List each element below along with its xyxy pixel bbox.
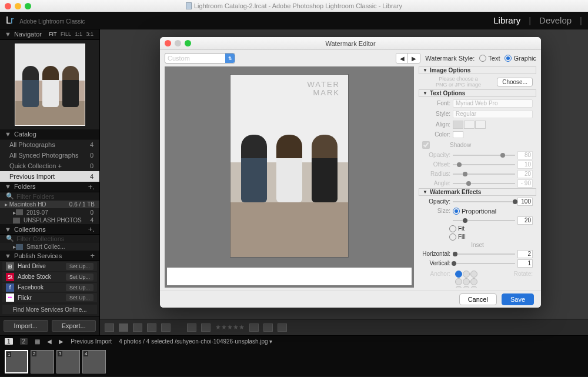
filmstrip-thumb[interactable]: 4 (82, 350, 106, 373)
collections-filter[interactable]: 🔍Filter Collections (0, 235, 99, 243)
font-select: Myriad Web Pro (453, 99, 533, 108)
wm-opacity-value[interactable]: 100 (517, 198, 533, 206)
cancel-button[interactable]: Cancel (459, 293, 497, 305)
font-style-select: Regular (453, 110, 533, 118)
setup-button[interactable]: Set Up... (66, 294, 93, 301)
style-text-radio[interactable]: Text (479, 55, 500, 62)
nav-fwd-icon[interactable]: ▶ (59, 338, 64, 345)
publish-service-item[interactable]: ••FlickrSet Up... (2, 293, 97, 302)
setup-button[interactable]: Set Up... (66, 273, 93, 281)
publish-header[interactable]: ▼Publish Services+ (0, 251, 99, 261)
dialog-title: Watermark Editor (160, 40, 541, 47)
catalog-item[interactable]: All Photographs4 (0, 139, 99, 150)
prev-image-button[interactable]: ◀ (396, 54, 408, 63)
size-fit-radio[interactable]: Fit (449, 225, 536, 232)
app-logo: Lr (6, 15, 13, 25)
text-options-header[interactable]: ▼Text Options (419, 89, 536, 97)
catalog-item-selected[interactable]: Previous Import4 (0, 171, 99, 182)
folder-item[interactable]: ▸ 2019-070 (0, 208, 99, 216)
text-color-swatch (453, 131, 463, 138)
filmstrip[interactable]: 1 2 3 4 (0, 347, 588, 376)
compare-view-icon[interactable] (133, 323, 142, 332)
monitor-2[interactable]: 2 (20, 338, 28, 345)
anchor-grid[interactable] (455, 271, 477, 288)
image-options-header[interactable]: ▼Image Options (419, 66, 536, 74)
loupe-view-icon[interactable] (119, 323, 128, 332)
watermark-text-input[interactable] (167, 268, 412, 285)
navigator-title: Navigator (14, 31, 42, 38)
inset-h-value[interactable]: 2 (517, 250, 533, 258)
collection-item[interactable]: ▸ Smart Collec... (0, 243, 99, 251)
wm-size-value[interactable]: 20 (517, 216, 533, 225)
next-image-button[interactable]: ▶ (408, 54, 420, 63)
module-library[interactable]: Library (493, 15, 520, 25)
canvas-toolbar: ★★★★★ (100, 319, 588, 335)
add-folder-icon[interactable]: +. (88, 182, 95, 191)
sort-icon[interactable] (187, 323, 196, 332)
import-button[interactable]: Import... (4, 320, 48, 332)
size-fill-radio[interactable]: Fill (449, 233, 536, 241)
effects-header[interactable]: ▼Watermark Effects (419, 188, 536, 196)
setup-button[interactable]: Set Up... (66, 263, 93, 270)
style-graphic-radio[interactable]: Graphic (505, 55, 536, 62)
survey-view-icon[interactable] (147, 323, 156, 332)
watermark-settings-pane: ▼Image Options Please choose aPNG or JPG… (419, 66, 536, 288)
catalog-item[interactable]: Quick Collection +0 (0, 161, 99, 171)
rotate-cw-icon[interactable] (263, 323, 273, 332)
slideshow-icon[interactable] (278, 323, 287, 332)
publish-service-item[interactable]: StAdobe StockSet Up... (2, 272, 97, 282)
painter-icon[interactable] (201, 323, 211, 332)
publish-service-item[interactable]: ⊞Hard DriveSet Up... (2, 262, 97, 271)
filmstrip-thumb[interactable]: 2 (31, 350, 54, 373)
text-align-buttons (453, 121, 486, 129)
catalog-item[interactable]: All Synced Photographs0 (0, 150, 99, 161)
find-services-button[interactable]: Find More Services Online... (2, 305, 97, 314)
rotate-ccw-icon[interactable] (249, 323, 259, 332)
search-icon: 🔍 (6, 192, 14, 200)
collections-header[interactable]: ▼Collections+. (0, 224, 99, 235)
filmstrip-thumb[interactable]: 3 (56, 350, 80, 373)
monitor-1[interactable]: 1 (5, 338, 13, 345)
navigator-zoom-tabs[interactable]: FIT FILL 1:1 3:1 (48, 31, 95, 37)
publish-service-item[interactable]: fFacebookSet Up... (2, 283, 97, 292)
setup-button[interactable]: Set Up... (66, 284, 93, 291)
catalog-header[interactable]: ▼Catalog (0, 129, 99, 140)
folder-item[interactable]: UNSPLASH PHOTOS4 (0, 216, 99, 224)
inset-h-slider[interactable] (453, 251, 515, 258)
shadow-angle-slider (453, 180, 515, 187)
window-title: Lightroom Catalog-2.lrcat - Adobe Photos… (0, 2, 588, 9)
inset-v-slider[interactable] (453, 260, 515, 267)
rating-stars[interactable]: ★★★★★ (215, 323, 245, 331)
smart-collection-icon (16, 244, 23, 250)
save-button[interactable]: Save (502, 293, 534, 305)
module-develop[interactable]: Develop (539, 15, 572, 25)
watermark-preset-select[interactable]: Custom⇅ (165, 53, 235, 64)
volume-bar[interactable]: ▸ Macintosh HD0.6 / 1 TB (0, 201, 99, 208)
add-publish-icon[interactable]: + (90, 251, 95, 260)
inset-v-value[interactable]: 1 (517, 259, 533, 268)
anchor-label: Anchor: (422, 271, 450, 277)
inset-label: Inset (419, 241, 536, 249)
add-collection-icon[interactable]: +. (88, 225, 95, 233)
folders-header[interactable]: ▼Folders+. (0, 182, 99, 192)
filmstrip-thumb[interactable]: 1 (5, 350, 28, 373)
search-icon: 🔍 (6, 235, 14, 242)
nav-back-icon[interactable]: ◀ (47, 338, 52, 345)
choose-image-button[interactable]: Choose... (497, 78, 533, 86)
export-button[interactable]: Export... (52, 320, 96, 332)
watermark-editor-dialog: Watermark Editor Custom⇅ ◀ ▶ Watermark S… (160, 37, 541, 308)
disclosure-triangle-icon: ▼ (5, 31, 11, 38)
navigator-header[interactable]: ▼ Navigator FIT FILL 1:1 3:1 (0, 29, 99, 40)
grid-icon[interactable]: ▦ (35, 338, 40, 345)
navigator-preview[interactable] (0, 40, 99, 129)
grid-view-icon[interactable] (105, 323, 114, 332)
wm-opacity-slider[interactable] (453, 198, 515, 205)
size-proportional-radio[interactable]: Proportional (453, 208, 496, 215)
folders-filter[interactable]: 🔍Filter Folders (0, 192, 99, 201)
module-separator: | (529, 15, 531, 25)
watermark-style-label: Watermark Style: (425, 55, 475, 62)
image-hint: Please choose aPNG or JPG image (422, 76, 495, 88)
people-view-icon[interactable] (161, 323, 171, 332)
wm-size-slider[interactable] (453, 217, 515, 224)
folder-icon (16, 209, 23, 215)
